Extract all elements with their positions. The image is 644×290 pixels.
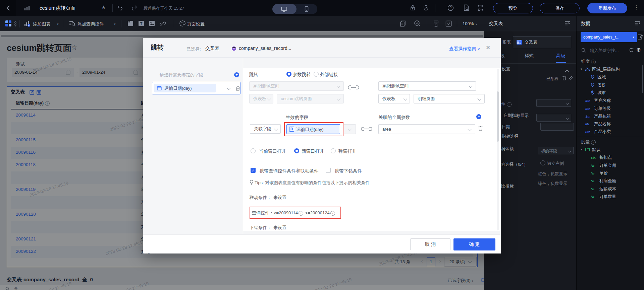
radio-open-current[interactable] xyxy=(251,148,256,153)
add-field-icon[interactable]: ⊕ xyxy=(636,47,641,53)
checkbox-carry-query[interactable]: ✓ xyxy=(251,168,256,173)
dimension-item[interactable]: Str.产品包箱 xyxy=(577,113,644,121)
add-chart-button[interactable]: 添加图表 xyxy=(33,21,50,27)
checkbox-carry-drill-label[interactable]: 携带下钻条件 xyxy=(335,168,362,174)
config-dropdown[interactable]: 标的字段 xyxy=(538,147,574,154)
config-dropdown[interactable] xyxy=(536,99,571,107)
chevron-down-icon[interactable]: ˅ xyxy=(476,22,477,26)
measure-item[interactable]: Str.折扣点 xyxy=(577,154,644,162)
measure-item[interactable]: №订单数量 xyxy=(577,194,644,201)
confirm-button[interactable]: 确 定 xyxy=(453,238,495,250)
radio-param-jump-label[interactable]: 参数跳转 xyxy=(293,72,311,78)
republish-button[interactable]: 重新发布 xyxy=(587,3,627,13)
dimension-item[interactable]: Str.产品小类 xyxy=(577,129,644,136)
scrollbar-thumb[interactable] xyxy=(642,65,643,93)
config-radio[interactable] xyxy=(540,160,545,165)
dimension-item[interactable]: 城市 xyxy=(577,90,644,97)
lock-icon[interactable] xyxy=(410,5,415,12)
preview-button[interactable]: 预览 xyxy=(493,3,533,13)
tab-widget-icon[interactable] xyxy=(127,20,133,28)
radio-external-link[interactable] xyxy=(314,72,319,77)
effective-field-chip[interactable]: D 运输日期(day) xyxy=(286,124,340,134)
trash-icon[interactable] xyxy=(562,76,567,82)
redo-icon[interactable] xyxy=(131,5,137,12)
config-tab-3[interactable]: 高级 xyxy=(556,53,565,59)
measure-item[interactable]: №订单金额 xyxy=(577,162,644,170)
dataset-selector-button[interactable]: company_sales_r... ▾ xyxy=(581,32,637,42)
bound-field-box[interactable]: 运输日期(day) xyxy=(152,82,240,94)
link-widget-icon[interactable] xyxy=(160,20,166,28)
save-button[interactable]: 保存 xyxy=(540,3,580,13)
caret-down-icon[interactable]: ▾ xyxy=(581,67,582,71)
cancel-button[interactable]: 取 消 xyxy=(410,238,450,250)
bound-field-chip[interactable]: 运输日期(day) xyxy=(154,84,216,92)
target-type-dropdown[interactable]: 仪表板 xyxy=(378,94,410,103)
measure-item[interactable]: №运输成本 xyxy=(577,186,644,193)
page-settings-button[interactable]: 页面设置 xyxy=(187,21,205,27)
chevron-down-icon[interactable]: ▾ xyxy=(114,22,116,26)
config-dropdown[interactable] xyxy=(536,114,571,122)
slider-control-icon[interactable] xyxy=(14,21,17,28)
dimension-item[interactable]: Str.订单等级 xyxy=(577,105,644,113)
desktop-icon[interactable] xyxy=(281,6,287,13)
mobile-icon[interactable] xyxy=(305,6,309,13)
favorite-star-icon[interactable]: ★ xyxy=(101,4,106,10)
radio-open-current-label[interactable]: 当前窗口打开 xyxy=(259,148,286,154)
shield-icon[interactable] xyxy=(423,5,429,12)
radio-external-link-label[interactable]: 外部链接 xyxy=(320,72,338,78)
document-settings-icon[interactable] xyxy=(464,4,469,12)
config-input[interactable] xyxy=(540,123,574,131)
dimension-item[interactable]: ▾区域_层级结构 xyxy=(577,66,644,74)
global-param-dropdown[interactable]: area xyxy=(378,124,475,134)
relation-field-dropdown[interactable]: 关联字段 xyxy=(250,124,281,134)
close-icon[interactable]: ✕ xyxy=(486,44,490,51)
help-icon[interactable]: ? xyxy=(447,5,454,12)
more-menu-icon[interactable]: ⋮ xyxy=(634,4,639,10)
collapse-panel-icon[interactable] xyxy=(635,21,641,27)
insight-icon[interactable] xyxy=(414,20,421,28)
radio-open-popup[interactable] xyxy=(331,148,336,153)
edit-dataset-icon[interactable] xyxy=(638,34,643,41)
radio-open-popup-label[interactable]: 弹窗打开 xyxy=(338,148,357,154)
radio-param-jump[interactable] xyxy=(286,72,291,77)
guide-link[interactable]: 查看操作指南 > xyxy=(449,46,480,52)
back-button[interactable] xyxy=(0,0,16,16)
copy-icon[interactable] xyxy=(400,20,406,28)
text-widget-icon[interactable]: T xyxy=(138,20,144,28)
add-query-widget-button[interactable]: 添加查询控件 xyxy=(77,21,104,27)
measure-item[interactable]: ▾默认 xyxy=(577,147,644,154)
collapse-panel-icon[interactable] xyxy=(565,21,570,27)
measure-item[interactable]: №利润金额 xyxy=(577,178,644,185)
undo-icon[interactable] xyxy=(117,5,123,12)
dimension-item[interactable]: №产品名称 xyxy=(577,121,644,128)
collapse-section-icon[interactable] xyxy=(565,67,569,73)
scrollbar-thumb[interactable] xyxy=(497,91,499,142)
add-global-param-icon[interactable]: + xyxy=(476,114,481,119)
dimension-item[interactable]: 区域 xyxy=(577,74,644,81)
chevron-down-icon[interactable]: ▾ xyxy=(57,22,59,26)
trash-icon[interactable] xyxy=(478,126,483,132)
radio-open-new-label[interactable]: 新窗口打开 xyxy=(302,148,324,154)
target-page-dropdown[interactable]: 明细页面 xyxy=(414,94,485,103)
checkbox-carry-drill[interactable] xyxy=(326,168,331,173)
config-tab-2[interactable]: 样式 xyxy=(525,53,534,59)
version-swap-icon[interactable] xyxy=(477,4,484,13)
add-bind-field-icon[interactable]: + xyxy=(234,72,239,77)
dimension-item[interactable]: Str.客户名称 xyxy=(577,97,644,105)
refresh-icon[interactable] xyxy=(629,48,634,54)
widget-library-icon[interactable] xyxy=(5,20,12,28)
edit-pencil-icon[interactable] xyxy=(569,76,573,82)
zoom-level[interactable]: 100% xyxy=(463,21,474,26)
brush-icon[interactable] xyxy=(433,20,439,28)
image-widget-icon[interactable] xyxy=(149,20,155,28)
measure-item[interactable]: №单价 xyxy=(577,170,644,177)
checkbox-carry-query-label[interactable]: 携带查询控件条件和联动条件 xyxy=(260,168,319,174)
search-input[interactable]: 输入关键字搜... xyxy=(590,48,619,54)
device-toggle[interactable] xyxy=(272,4,317,14)
target-space-dropdown[interactable]: 高阳测试空间 xyxy=(378,81,476,91)
chart-type-dropdown[interactable]: 交叉表 xyxy=(513,36,571,48)
batch-select-icon[interactable] xyxy=(445,20,452,28)
dimension-item[interactable]: 省份 xyxy=(577,82,644,89)
caret-down-icon[interactable]: ▾ xyxy=(581,148,582,151)
trash-icon[interactable] xyxy=(235,86,240,92)
